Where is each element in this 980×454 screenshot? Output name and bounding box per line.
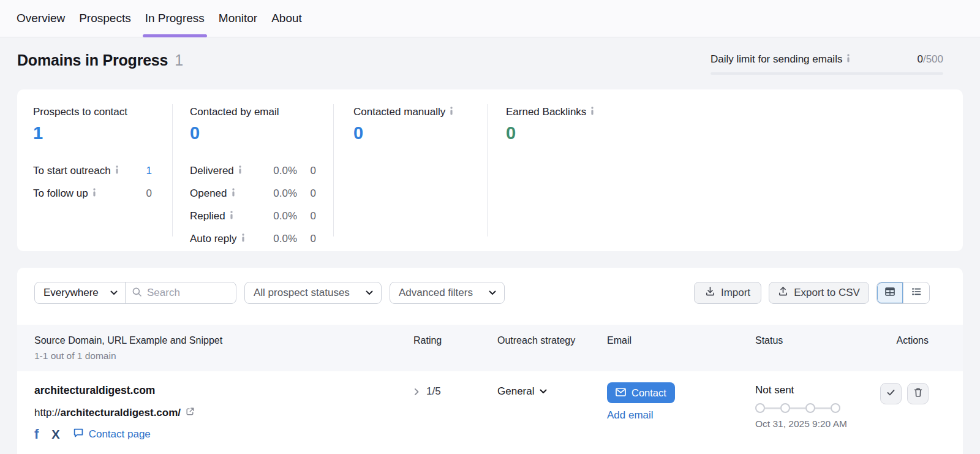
- search-group: Everywhere: [34, 282, 236, 304]
- export-csv-button[interactable]: Export to CSV: [769, 282, 869, 304]
- source-domain-link[interactable]: architecturaldigest.com: [34, 384, 155, 397]
- stat-prospects-to-contact: Prospects to contact 1 To start outreach…: [33, 89, 152, 205]
- tab-overview[interactable]: Overview: [16, 0, 66, 37]
- stat-row-auto-reply: Auto reply 0.0% 0: [190, 227, 316, 250]
- prospects-table-card: Everywhere All prospect statuses Advance…: [17, 268, 963, 454]
- x-twitter-icon[interactable]: X: [51, 428, 59, 441]
- social-links: f X Contact page: [34, 428, 151, 441]
- table-row: architecturaldigest.com http://architect…: [17, 371, 963, 454]
- stat-value: 0: [190, 123, 316, 143]
- row-actions: [880, 383, 929, 404]
- mark-done-button[interactable]: [880, 383, 902, 404]
- search-scope-dropdown[interactable]: Everywhere: [35, 282, 126, 303]
- trash-icon: [913, 387, 923, 400]
- tab-monitor-label: Monitor: [219, 12, 257, 25]
- export-label: Export to CSV: [794, 287, 860, 299]
- table-view-icon: [884, 286, 895, 300]
- table-header: Source Domain, URL Example and Snippet R…: [17, 325, 963, 371]
- tab-monitor[interactable]: Monitor: [218, 0, 258, 37]
- email-icon: [616, 387, 626, 399]
- status-date: Oct 31, 2025 9:20 AM: [755, 418, 847, 429]
- strategy-value: General: [497, 385, 534, 398]
- stat-row-delivered: Delivered 0.0% 0: [190, 159, 316, 182]
- tab-about[interactable]: About: [271, 0, 303, 37]
- column-header-strategy: Outreach strategy: [497, 335, 575, 346]
- list-view-toggle[interactable]: [903, 282, 929, 303]
- search-box: [126, 287, 236, 300]
- table-view-toggle[interactable]: [877, 282, 903, 303]
- chevron-down-icon: [540, 389, 547, 394]
- page-title-text: Domains in Progress: [17, 51, 168, 69]
- delete-button[interactable]: [907, 383, 929, 404]
- prospect-statuses-value: All prospect statuses: [254, 287, 350, 299]
- search-input[interactable]: [147, 287, 230, 299]
- view-toggle: [876, 282, 930, 304]
- stats-summary-card: Prospects to contact 1 To start outreach…: [17, 89, 963, 251]
- advanced-filters-button[interactable]: Advanced filters: [390, 282, 505, 304]
- stat-earned-backlinks: Earned Backlinks 0: [506, 89, 641, 143]
- external-link-icon[interactable]: [186, 407, 195, 419]
- page-title: Domains in Progress1: [17, 51, 183, 69]
- speech-bubble-icon: [73, 428, 84, 441]
- url-domain: architecturaldigest.com/: [61, 407, 181, 418]
- stat-contacted-manually: Contacted manually 0: [353, 89, 482, 143]
- info-icon[interactable]: [232, 187, 235, 200]
- info-icon[interactable]: [115, 165, 119, 177]
- url-prefix: http://: [34, 407, 61, 418]
- column-header-actions: Actions: [897, 335, 929, 346]
- source-url: http://architecturaldigest.com/: [34, 407, 195, 419]
- info-icon[interactable]: [846, 53, 850, 66]
- stat-row-value: 0: [146, 187, 152, 200]
- contact-page-label: Contact page: [89, 428, 151, 441]
- contact-button[interactable]: Contact: [607, 382, 675, 403]
- domains-count: 1: [175, 51, 183, 69]
- add-email-link[interactable]: Add email: [607, 409, 654, 422]
- import-button[interactable]: Import: [694, 282, 761, 304]
- rating-value: 1/5: [426, 385, 441, 398]
- daily-limit-label: Daily limit for sending emails: [710, 53, 842, 66]
- rating-cell: 1/5: [414, 385, 441, 398]
- stat-value: 1: [33, 123, 152, 143]
- prospect-statuses-filter[interactable]: All prospect statuses: [244, 282, 382, 304]
- tab-in-progress[interactable]: In Progress: [145, 0, 205, 37]
- divider: [487, 104, 488, 236]
- chevron-down-icon: [366, 290, 373, 295]
- chevron-down-icon: [489, 290, 496, 295]
- stat-row-to-start-outreach: To start outreach 1: [33, 159, 152, 182]
- stat-row-value[interactable]: 1: [146, 165, 152, 177]
- info-icon[interactable]: [590, 106, 594, 118]
- chevron-right-icon[interactable]: [414, 388, 420, 396]
- column-header-rating: Rating: [413, 335, 442, 346]
- table-count-text: 1-1 out of 1 domain: [34, 350, 116, 361]
- divider: [172, 104, 173, 236]
- contact-button-label: Contact: [631, 387, 666, 399]
- divider: [333, 104, 334, 236]
- stat-value: 0: [353, 123, 482, 143]
- tab-about-label: About: [271, 12, 302, 25]
- info-icon[interactable]: [450, 106, 453, 118]
- list-view-icon: [911, 286, 922, 300]
- tab-prospects[interactable]: Prospects: [78, 0, 131, 37]
- daily-limit-widget: Daily limit for sending emails 0 /500: [710, 53, 943, 75]
- info-icon[interactable]: [230, 210, 233, 222]
- download-icon: [705, 286, 715, 300]
- info-icon[interactable]: [92, 187, 96, 200]
- stat-contacted-by-email: Contacted by email 0 Delivered 0.0% 0 Op…: [190, 89, 316, 250]
- tab-prospects-label: Prospects: [79, 12, 130, 25]
- column-header-email: Email: [607, 335, 631, 346]
- stat-title: Contacted by email: [190, 106, 279, 118]
- facebook-icon[interactable]: f: [34, 428, 39, 441]
- column-header-status: Status: [755, 335, 783, 346]
- tab-overview-label: Overview: [17, 12, 65, 25]
- outreach-strategy-dropdown[interactable]: General: [497, 385, 547, 398]
- info-icon[interactable]: [241, 233, 245, 245]
- advanced-filters-label: Advanced filters: [399, 287, 473, 299]
- info-icon[interactable]: [238, 165, 242, 177]
- upload-icon: [778, 286, 788, 300]
- daily-limit-total: /500: [923, 53, 943, 66]
- tab-in-progress-label: In Progress: [145, 12, 205, 25]
- stat-value: 0: [506, 123, 641, 143]
- stat-row-replied: Replied 0.0% 0: [190, 205, 316, 227]
- status-progress-dots: [755, 403, 847, 413]
- contact-page-link[interactable]: Contact page: [73, 428, 151, 441]
